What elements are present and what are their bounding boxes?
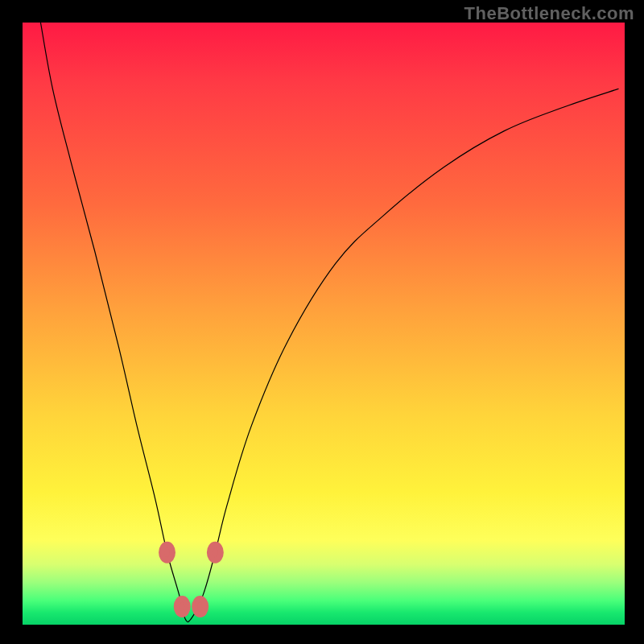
chart-frame: TheBottleneck.com (0, 0, 644, 644)
right-shoulder-lower-marker (195, 599, 205, 614)
plot-area (23, 23, 625, 625)
right-shoulder-upper-marker (210, 545, 221, 560)
curve-markers (162, 545, 221, 615)
left-shoulder-upper-marker (162, 545, 172, 560)
bottleneck-curve (40, 23, 618, 622)
watermark-text: TheBottleneck.com (464, 3, 634, 24)
chart-svg (23, 23, 625, 625)
left-shoulder-lower-marker (176, 599, 187, 614)
